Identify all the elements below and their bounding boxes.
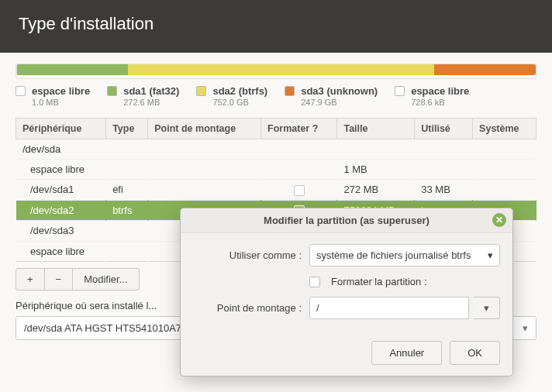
chevron-down-icon: ▾ (488, 249, 493, 261)
legend-size: 1.0 MB (32, 98, 90, 108)
disk-usage-bar (16, 64, 536, 79)
cell-used: 33 MB (415, 180, 473, 201)
add-partition-button[interactable]: + (16, 268, 45, 291)
cancel-button[interactable]: Annuler (371, 341, 442, 365)
cell-system (473, 160, 536, 180)
col-size[interactable]: Taille (337, 119, 415, 139)
format-label: Formater la partition : (331, 276, 427, 287)
mount-point-dropdown[interactable]: ▾ (474, 297, 500, 319)
legend-item[interactable]: sda3 (unknown)247.9 GB (285, 85, 378, 108)
legend-name: sda1 (fat32) (123, 85, 179, 98)
col-mount[interactable]: Point de montage (148, 119, 261, 139)
use-as-select[interactable]: système de fichiers journalisé btrfs ▾ (309, 244, 500, 266)
cell-format (261, 180, 337, 201)
disk-segment (17, 64, 128, 75)
cell-type (106, 160, 148, 180)
cell-type: efi (106, 180, 148, 201)
table-row[interactable]: espace libre1 MB (16, 160, 536, 180)
cell-mount (148, 160, 261, 180)
table-row[interactable]: /dev/sda (16, 139, 536, 160)
cell-size: 272 MB (337, 180, 415, 201)
close-icon[interactable]: ✕ (492, 213, 506, 227)
disk-segment (128, 64, 434, 75)
disk-segment (434, 64, 535, 75)
cell-format (261, 160, 337, 180)
disk-legend: espace libre1.0 MBsda1 (fat32)272.6 MBsd… (16, 79, 536, 118)
legend-size: 247.9 GB (301, 98, 378, 108)
dialog-title: Modifier la partition (as superuser) ✕ (181, 208, 512, 233)
legend-checkbox[interactable] (395, 86, 405, 96)
ok-button[interactable]: OK (450, 341, 500, 365)
cell-device: /dev/sda2 (16, 200, 106, 221)
legend-name: sda2 (btrfs) (212, 85, 267, 98)
legend-checkbox[interactable] (107, 86, 117, 96)
legend-size: 272.6 MB (123, 98, 179, 108)
legend-item[interactable]: sda2 (btrfs)752.0 GB (196, 85, 267, 108)
legend-name: espace libre (411, 85, 469, 98)
col-used[interactable]: Utilisé (415, 119, 473, 139)
chevron-down-icon: ▾ (484, 302, 489, 314)
legend-checkbox[interactable] (196, 86, 206, 96)
format-checkbox[interactable] (309, 277, 320, 287)
cell-type: btrfs (106, 200, 148, 221)
remove-partition-button[interactable]: − (45, 268, 74, 291)
modify-partition-button[interactable]: Modifier... (73, 268, 139, 291)
page-title: Type d'installation (19, 14, 533, 34)
format-checkbox[interactable] (294, 185, 305, 196)
legend-item[interactable]: espace libre1.0 MB (16, 85, 90, 108)
legend-name: sda3 (unknown) (301, 85, 378, 98)
legend-item[interactable]: sda1 (fat32)272.6 MB (107, 85, 179, 108)
cell-type (106, 241, 148, 261)
legend-checkbox[interactable] (16, 86, 26, 96)
cell-device: espace libre (16, 160, 106, 180)
legend-item[interactable]: espace libre728.6 kB (395, 85, 469, 108)
col-device[interactable]: Périphérique (16, 119, 106, 139)
cell-device: /dev/sda (16, 139, 536, 160)
col-system[interactable]: Système (473, 119, 536, 139)
use-as-label: Utiliser comme : (193, 249, 309, 261)
cell-type (106, 221, 148, 242)
cell-system (473, 180, 536, 201)
table-row[interactable]: /dev/sda1efi272 MB33 MB (16, 180, 536, 201)
legend-name: espace libre (32, 85, 90, 98)
legend-checkbox[interactable] (285, 86, 295, 96)
col-format[interactable]: Formater ? (261, 119, 337, 139)
cell-used (415, 160, 473, 180)
chevron-down-icon: ▾ (523, 322, 528, 334)
edit-partition-dialog: Modifier la partition (as superuser) ✕ U… (180, 208, 513, 377)
mount-point-input[interactable]: / (309, 297, 469, 319)
cell-device: /dev/sda1 (16, 180, 106, 201)
col-type[interactable]: Type (106, 119, 148, 139)
titlebar: Type d'installation (0, 0, 552, 53)
legend-size: 752.0 GB (212, 98, 267, 108)
legend-size: 728.6 kB (411, 98, 469, 108)
cell-device: /dev/sda3 (16, 221, 106, 242)
cell-device: espace libre (16, 241, 106, 261)
mount-label: Point de montage : (193, 302, 309, 314)
cell-mount (148, 180, 261, 201)
cell-size: 1 MB (337, 160, 415, 180)
